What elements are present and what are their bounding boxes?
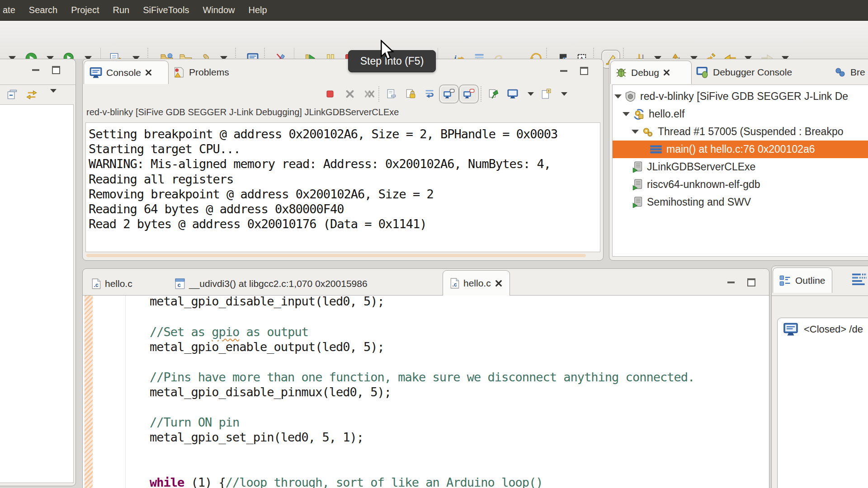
tree-item-stack-frame-selected[interactable]: main() at hello.c:76 0x200102a6	[613, 141, 868, 158]
code-line: //Set as gpio as output	[150, 324, 769, 340]
divider	[772, 296, 868, 296]
launch-config-icon	[625, 91, 636, 102]
menu-search[interactable]: Search	[22, 0, 64, 20]
close-icon[interactable]	[663, 69, 670, 76]
c-file-icon: .c	[92, 278, 101, 289]
console-line: WARNING: Mis-aligned memory read: Addres…	[89, 156, 600, 171]
c-editor-icon: c	[175, 278, 185, 289]
maximize-button[interactable]	[747, 278, 755, 286]
view-menu-button[interactable]	[50, 93, 57, 101]
c-file-icon: .c	[450, 278, 459, 289]
debug-panel: Debug Debugger Console Bre red-v-blinky …	[609, 59, 868, 261]
console-icon	[783, 323, 798, 336]
tab-label: Debug	[631, 67, 659, 78]
close-icon[interactable]	[495, 280, 502, 287]
close-icon[interactable]	[145, 69, 152, 76]
expand-arrow-icon[interactable]	[623, 112, 630, 116]
tab-label: Outline	[795, 275, 826, 286]
link-with-editor-button[interactable]	[26, 90, 38, 102]
process-icon	[632, 197, 643, 208]
clear-console-button[interactable]	[383, 85, 400, 103]
word-wrap-button[interactable]	[421, 85, 438, 103]
menu-help[interactable]: Help	[242, 0, 274, 20]
maximize-button[interactable]	[580, 67, 588, 75]
freedom-studio-window: ate Search Project Run SiFiveTools Windo…	[0, 0, 868, 488]
tree-item-label: red-v-blinky [SiFive GDB SEGGER J-Link D…	[640, 90, 848, 103]
tree-item-jlink-process[interactable]: JLinkGDBServerCLExe	[613, 158, 868, 176]
closed-terminal-item[interactable]: <Closed> /de	[783, 323, 863, 336]
expand-arrow-icon[interactable]	[632, 130, 639, 134]
open-console-button[interactable]	[538, 85, 555, 103]
tree-item-launch[interactable]: red-v-blinky [SiFive GDB SEGGER J-Link D…	[613, 88, 868, 105]
code-line: metal_gpio_disable_input(led0, 5);	[150, 296, 769, 309]
menu-run[interactable]: Run	[106, 0, 136, 20]
process-icon	[632, 161, 643, 173]
disassembly-view-button[interactable]	[851, 272, 868, 289]
display-console-button[interactable]	[504, 85, 521, 103]
tree-item-label: Semihosting and SWV	[647, 196, 751, 208]
menu-project[interactable]: Project	[64, 0, 106, 20]
show-stderr-button[interactable]	[459, 84, 479, 103]
horizontal-scrollbar[interactable]	[86, 254, 586, 257]
collapse-all-button[interactable]	[7, 89, 18, 102]
console-line: Setting breakpoint @ address 0x200102A6,…	[89, 127, 600, 141]
project-explorer-panel	[0, 59, 76, 486]
show-stdout-icon	[443, 89, 455, 99]
minimize-button[interactable]	[727, 282, 735, 283]
project-explorer-content[interactable]	[0, 104, 74, 483]
scroll-lock-button[interactable]	[402, 85, 419, 103]
menu-window[interactable]: Window	[196, 0, 241, 20]
pin-console-button[interactable]	[485, 85, 502, 103]
open-console-dropdown-button[interactable]	[556, 85, 573, 103]
tree-item-label: main() at hello.c:76 0x200102a6	[666, 143, 815, 155]
tab-hello-c-1[interactable]: .c hello.c	[85, 272, 139, 295]
tab-hello-c-active[interactable]: .c hello.c	[443, 270, 510, 296]
tab-problems[interactable]: Problems	[167, 61, 236, 84]
mouse-cursor	[380, 40, 394, 63]
tree-item-gdb-process[interactable]: riscv64-unknown-elf-gdb	[613, 176, 868, 193]
tab-label: __udivdi3() at libgcc2.c:1,070 0x2001598…	[189, 278, 368, 289]
code-line: metal_gpio_disable_pinmux(led0, 5);	[150, 385, 769, 400]
display-console-dropdown-button[interactable]	[522, 85, 539, 103]
remove-all-terminated-button[interactable]	[361, 85, 378, 103]
display-console-icon	[507, 89, 518, 99]
minimize-button[interactable]	[32, 69, 39, 71]
terminate-console-button[interactable]	[321, 85, 339, 103]
dropdown-arrow-icon	[561, 92, 567, 96]
console-line: Read 2 bytes @ address 0x20010176 (Data …	[89, 216, 600, 231]
code-line: while (1) {//loop through, sort of like …	[150, 475, 769, 488]
tab-label: hello.c	[463, 278, 491, 289]
tab-breakpoints[interactable]: Bre	[830, 61, 868, 84]
debugger-console-icon	[696, 66, 709, 78]
maximize-button[interactable]	[52, 66, 60, 74]
collapse-all-icon	[7, 89, 18, 100]
tab-console[interactable]: Console	[84, 61, 169, 84]
dropdown-arrow-icon	[50, 89, 57, 100]
svg-text:c: c	[178, 282, 181, 288]
code-line: metal_gpio_set_pin(led0, 5, 1);	[150, 430, 769, 445]
tab-outline[interactable]: Outline	[773, 267, 832, 293]
svg-text:.c: .c	[94, 282, 99, 288]
tab-udivdi3[interactable]: c __udivdi3() at libgcc2.c:1,070 0x20015…	[169, 272, 374, 295]
clear-console-icon	[386, 89, 397, 99]
code-area[interactable]: metal_gpio_disable_input(led0, 5); //Set…	[83, 296, 769, 488]
tree-item-thread[interactable]: Thread #1 57005 (Suspended : Breakpo	[613, 123, 868, 141]
console-description: red-v-blinky [SiFive GDB SEGGER J-Link D…	[86, 107, 399, 117]
remove-all-x-icon	[364, 90, 375, 98]
menu-navigate-partial[interactable]: ate	[0, 0, 22, 20]
outline-panel: Outline <Closed> /de	[771, 266, 868, 488]
expand-arrow-icon[interactable]	[614, 94, 622, 99]
remove-launch-button[interactable]	[341, 85, 359, 103]
tab-debug[interactable]: Debug	[610, 61, 692, 84]
menu-sifivetools[interactable]: SiFiveTools	[136, 0, 196, 20]
show-stdout-button[interactable]	[439, 84, 459, 103]
tree-item-semihosting[interactable]: Semihosting and SWV	[613, 193, 868, 211]
console-line: Reading 64 bytes @ address 0x80000F40	[89, 202, 600, 216]
pin-console-icon	[488, 89, 499, 99]
tab-debugger-console[interactable]: Debugger Console	[691, 61, 797, 84]
tree-item-hello-elf[interactable]: hello.elf	[613, 105, 868, 123]
toolbar-separator	[378, 86, 379, 102]
console-output[interactable]: Setting breakpoint @ address 0x200102A6,…	[85, 122, 600, 252]
minimize-button[interactable]	[560, 70, 567, 72]
terminal-panel: <Closed> /de	[777, 318, 868, 488]
